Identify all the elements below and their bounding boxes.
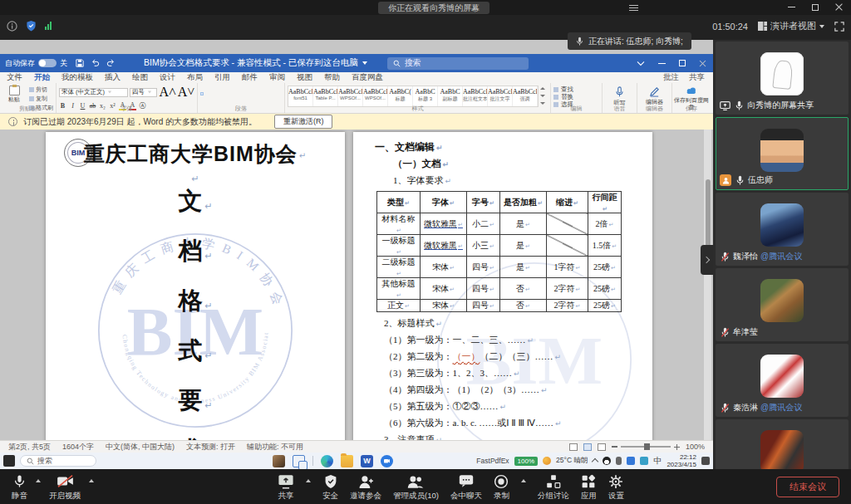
align-left-icon[interactable] bbox=[200, 92, 204, 95]
ribbon-tab-4[interactable]: 绘图 bbox=[132, 72, 148, 83]
toolbar-apps-button[interactable]: 应用 bbox=[581, 473, 597, 502]
document-area[interactable]: 重庆工商大学BIM协会 Chongqing Technology and Bus… bbox=[0, 130, 713, 440]
ribbon-tab-10[interactable]: 视图 bbox=[297, 72, 312, 83]
word-close-icon[interactable] bbox=[699, 60, 706, 66]
bullets-icon[interactable] bbox=[200, 86, 204, 90]
minimize-icon[interactable] bbox=[788, 7, 795, 7]
toolbar-breakout-button[interactable]: 分组讨论 bbox=[538, 473, 569, 502]
styles-scroll-arrows[interactable] bbox=[539, 85, 547, 107]
toolbar-settings-button[interactable]: 设置 bbox=[608, 473, 624, 502]
font-name-select[interactable]: 宋体 (中文正文) bbox=[59, 88, 128, 97]
style-item[interactable]: AaBbC标题 3 bbox=[413, 86, 438, 106]
ribbon-tab-3[interactable]: 插入 bbox=[105, 72, 121, 83]
justify-icon[interactable] bbox=[220, 92, 224, 95]
align-right-icon[interactable] bbox=[214, 92, 217, 95]
info-icon[interactable] bbox=[7, 21, 17, 32]
pinned-app-icon[interactable] bbox=[3, 455, 15, 467]
toolbar-members-button[interactable]: 管理成员(10) bbox=[393, 473, 439, 502]
sidebar-collapse-handle[interactable] bbox=[701, 245, 713, 275]
web-layout-icon[interactable] bbox=[598, 443, 606, 451]
line-spacing-icon[interactable] bbox=[227, 92, 230, 95]
task-view-icon[interactable] bbox=[293, 455, 305, 467]
style-item[interactable]: AaBbCcDtTable P... bbox=[313, 86, 338, 106]
participant-tile[interactable] bbox=[716, 419, 849, 469]
reactivate-button[interactable]: 重新激活(R) bbox=[274, 115, 333, 129]
participant-tile[interactable]: 魏泽怡@腾讯会议 bbox=[716, 193, 849, 266]
tray-expand-icon[interactable] bbox=[592, 458, 598, 465]
toolbar-video-button[interactable]: 开启视频 bbox=[49, 473, 81, 502]
style-item[interactable]: AaBbCcDtWPSOf... bbox=[338, 86, 363, 106]
word-restore-icon[interactable] bbox=[679, 60, 686, 66]
toolbar-chat-button[interactable]: 会中聊天 bbox=[450, 473, 482, 502]
indent-icon[interactable] bbox=[227, 86, 230, 90]
file-explorer-icon[interactable] bbox=[341, 455, 353, 467]
save-icon[interactable] bbox=[76, 59, 84, 67]
caret-up-icon[interactable] bbox=[306, 479, 311, 482]
close-icon[interactable] bbox=[835, 3, 843, 11]
participant-tile[interactable]: 伍忠师 bbox=[716, 117, 849, 190]
ribbon-tab-6[interactable]: 布局 bbox=[187, 72, 203, 83]
shield-icon[interactable] bbox=[26, 20, 37, 32]
zoom-thumb[interactable] bbox=[644, 443, 650, 450]
style-item[interactable]: AaBbC(标题 bbox=[388, 86, 413, 106]
hamburger-menu-icon[interactable] bbox=[629, 5, 638, 11]
title-chevron-icon[interactable] bbox=[362, 61, 367, 65]
ribbon-tab-5[interactable]: 设计 bbox=[160, 72, 175, 83]
style-item[interactable]: AaBbCcD批注文字 bbox=[488, 86, 513, 106]
comments-button[interactable]: 批注 bbox=[663, 72, 679, 83]
status-language[interactable]: 中文(简体, 中国大陆) bbox=[106, 442, 175, 453]
ribbon-tab-8[interactable]: 邮件 bbox=[242, 72, 258, 83]
status-accessibility[interactable]: 辅助功能: 不可用 bbox=[247, 442, 303, 453]
style-item[interactable]: AaBbCcLfont51 bbox=[288, 86, 313, 106]
mic-tray-icon[interactable] bbox=[616, 457, 622, 465]
borders-icon[interactable] bbox=[240, 92, 243, 95]
word-app-icon[interactable]: W bbox=[361, 455, 373, 467]
tray-app-icon-2[interactable] bbox=[640, 457, 648, 465]
taskbar-clock[interactable]: 22:12 2023/4/15 bbox=[667, 453, 696, 468]
zoom-slider[interactable] bbox=[612, 444, 680, 450]
caret-up-icon[interactable] bbox=[521, 479, 526, 482]
maximize-icon[interactable] bbox=[812, 4, 819, 11]
grow-font-icon[interactable]: A˄ bbox=[159, 85, 175, 100]
undo-icon[interactable] bbox=[91, 59, 100, 67]
ribbon-options-icon[interactable] bbox=[637, 60, 645, 66]
numbering-icon[interactable] bbox=[207, 86, 210, 90]
ribbon-tab-2[interactable]: 我的模板 bbox=[61, 72, 93, 83]
print-layout-icon[interactable] bbox=[583, 443, 592, 451]
align-center-icon[interactable] bbox=[207, 92, 210, 95]
participant-tile[interactable]: 向秀博的屏幕共享 bbox=[716, 42, 849, 115]
ribbon-tab-0[interactable]: 文件 bbox=[7, 72, 22, 83]
ribbon-tab-9[interactable]: 审阅 bbox=[269, 72, 285, 83]
outdent-icon[interactable] bbox=[220, 86, 224, 90]
toolbar-mute-button[interactable]: 静音 bbox=[12, 473, 27, 502]
qq-tray-icon[interactable] bbox=[603, 457, 611, 465]
caret-up-icon[interactable] bbox=[89, 479, 94, 482]
word-minimize-icon[interactable] bbox=[658, 63, 666, 64]
shading-icon[interactable] bbox=[234, 92, 237, 95]
shrink-font-icon[interactable]: A˅ bbox=[178, 85, 194, 100]
ribbon-tab-12[interactable]: 百度网盘 bbox=[352, 72, 383, 83]
multilevel-icon[interactable] bbox=[214, 86, 217, 90]
battery-indicator[interactable]: 100% bbox=[514, 457, 538, 466]
redo-icon[interactable] bbox=[106, 59, 116, 67]
sort-icon[interactable] bbox=[234, 86, 237, 90]
status-words[interactable]: 1604个字 bbox=[62, 442, 94, 453]
toolbar-invite-button[interactable]: 邀请参会 bbox=[350, 473, 381, 502]
style-item[interactable]: AaBbCcD批注框文本 bbox=[463, 86, 488, 106]
photo-thumbnail-icon[interactable] bbox=[273, 455, 285, 467]
paste-button[interactable]: 粘贴 bbox=[4, 86, 24, 104]
style-item[interactable]: AaBbC副标题 bbox=[438, 86, 463, 106]
zoom-percent[interactable]: 100% bbox=[686, 443, 705, 451]
taskbar-search[interactable]: 搜索 bbox=[20, 455, 96, 467]
caret-up-icon[interactable] bbox=[36, 479, 41, 482]
editor-button[interactable]: 编辑器 bbox=[640, 86, 669, 106]
ribbon-tab-11[interactable]: 帮助 bbox=[324, 72, 340, 83]
toolbar-security-button[interactable]: 安全 bbox=[322, 473, 338, 502]
clipboard-item-1[interactable]: 复制 bbox=[29, 95, 53, 103]
ribbon-tab-7[interactable]: 引用 bbox=[214, 72, 230, 83]
font-size-select[interactable]: 四号 bbox=[130, 88, 158, 97]
meeting-app-icon[interactable] bbox=[381, 455, 393, 467]
weather-label[interactable]: 25°C 晴朗 bbox=[556, 456, 588, 466]
status-prediction[interactable]: 文本预测: 打开 bbox=[186, 442, 235, 453]
clipboard-item-0[interactable]: 剪切 bbox=[29, 86, 53, 94]
